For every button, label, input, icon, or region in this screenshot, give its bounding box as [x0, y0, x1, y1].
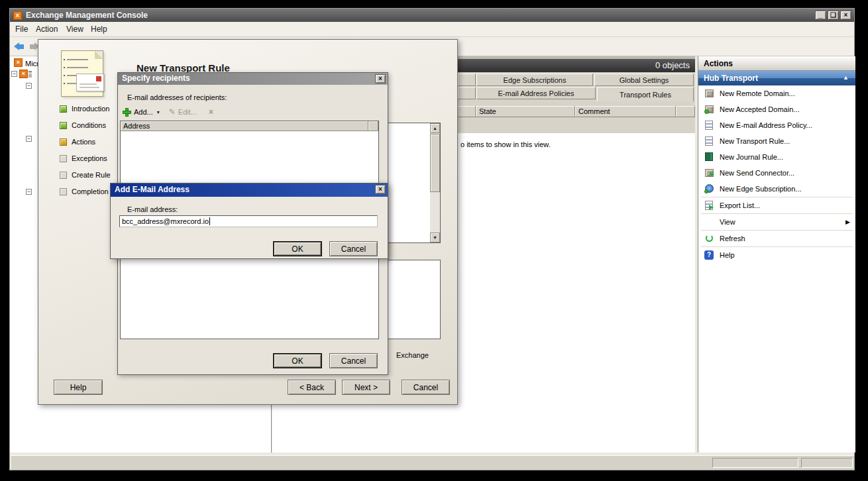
- scrollbar-down-icon[interactable]: ▼: [430, 233, 440, 242]
- expand-toggle-icon[interactable]: −: [26, 83, 32, 89]
- submenu-arrow-icon: ▶: [845, 219, 850, 225]
- actions-panel: Actions Hub Transport ▲ New Remote Domai…: [698, 56, 855, 453]
- server-badge-icon: [28, 71, 32, 78]
- objects-count: 0 objects: [655, 60, 690, 70]
- expand-toggle-icon[interactable]: −: [26, 189, 32, 195]
- column-header-state[interactable]: State: [476, 106, 575, 117]
- refresh-icon: [704, 233, 714, 244]
- tab-stub-top[interactable]: [458, 74, 476, 86]
- wizard-step-introduction: Introduction: [60, 105, 109, 113]
- email-address-label: E-mail address:: [127, 205, 178, 213]
- recipients-cancel-button[interactable]: Cancel: [329, 353, 378, 368]
- step-status-icon: [60, 172, 67, 179]
- collapse-arrow-icon[interactable]: ▲: [843, 74, 849, 81]
- wizard-help-button[interactable]: Help: [54, 380, 103, 395]
- scrollbar-up-icon[interactable]: ▲: [430, 123, 440, 133]
- close-icon[interactable]: ×: [840, 11, 851, 20]
- expand-toggle-icon[interactable]: −: [11, 71, 17, 77]
- wizard-step-actions: Actions: [60, 138, 95, 146]
- menu-file[interactable]: File: [15, 25, 28, 34]
- status-bar: [11, 455, 854, 470]
- menu-view[interactable]: View: [66, 25, 83, 34]
- scrollbar-thumb[interactable]: [430, 134, 440, 192]
- transport-rule-icon: [704, 136, 714, 146]
- microsoft-exchange-root-icon: ×: [14, 58, 23, 67]
- expand-toggle-icon[interactable]: −: [26, 136, 32, 142]
- exchange-app-icon: ×: [13, 11, 22, 20]
- dialog-titlebar[interactable]: Add E-Mail Address ×: [111, 184, 388, 197]
- remote-domain-icon: [704, 88, 714, 99]
- back-arrow-shape: [14, 42, 19, 50]
- action-new-accepted-domain[interactable]: New Accepted Domain...: [698, 101, 855, 117]
- action-view[interactable]: View ▶: [698, 214, 855, 230]
- back-icon[interactable]: [14, 41, 27, 52]
- action-new-send-connector[interactable]: New Send Connector...: [698, 165, 855, 181]
- close-icon[interactable]: ×: [375, 74, 386, 83]
- window-titlebar[interactable]: × Exchange Management Console _ ❏ ×: [10, 9, 854, 22]
- status-segment: [801, 458, 853, 468]
- action-refresh[interactable]: Refresh: [698, 231, 855, 246]
- address-column-header[interactable]: Address: [121, 121, 368, 131]
- email-address-input[interactable]: bcc_address@mxrecord.io: [119, 215, 378, 227]
- action-new-journal-rule[interactable]: New Journal Rule...: [698, 149, 855, 165]
- action-export-list[interactable]: Export List...: [698, 197, 855, 213]
- empty-view-message: o items to show in this view.: [461, 140, 551, 148]
- action-new-transport-rule[interactable]: New Transport Rule...: [698, 133, 855, 149]
- envelope-icon: [76, 74, 104, 91]
- wizard-step-exceptions: Exceptions: [60, 154, 107, 162]
- step-status-icon: [60, 155, 67, 162]
- rule-description-fragment: Exchange: [396, 351, 429, 359]
- menu-help[interactable]: Help: [91, 25, 107, 34]
- dialog-title: Add E-Mail Address: [115, 185, 190, 194]
- action-help[interactable]: ? Help: [698, 247, 855, 263]
- minimize-icon[interactable]: _: [815, 11, 826, 20]
- menu-action[interactable]: Action: [36, 25, 58, 34]
- scrollbar[interactable]: ▲ ▼: [430, 123, 440, 242]
- step-status-icon: [60, 122, 67, 129]
- chevron-down-icon[interactable]: ▾: [157, 109, 160, 115]
- dialog-titlebar[interactable]: Specify recipients ×: [118, 73, 388, 85]
- column-header-end[interactable]: [676, 106, 695, 117]
- action-new-remote-domain[interactable]: New Remote Domain...: [698, 85, 855, 101]
- forward-arrow-bar: [30, 44, 34, 49]
- wizard-next-button[interactable]: Next >: [342, 380, 390, 395]
- hub-transport-label: Hub Transport: [704, 74, 758, 83]
- tab-transport-rules[interactable]: Transport Rules: [597, 87, 694, 101]
- exchange-management-console-window: × Exchange Management Console _ ❏ × File…: [9, 8, 855, 470]
- action-new-edge-subscription[interactable]: New Edge Subscription...: [698, 181, 855, 197]
- add-button[interactable]: Add...: [134, 108, 153, 116]
- actions-panel-title: Actions: [698, 56, 855, 71]
- edge-subscription-icon: [704, 184, 714, 194]
- tree-root-label[interactable]: Micr: [25, 60, 39, 68]
- step-status-icon: [60, 138, 67, 146]
- add-ok-button[interactable]: OK: [273, 241, 322, 256]
- restore-icon[interactable]: ❏: [828, 11, 839, 20]
- column-header-comment[interactable]: Comment: [575, 106, 676, 117]
- recipients-ok-button[interactable]: OK: [273, 353, 322, 368]
- address-column-end[interactable]: [368, 121, 378, 131]
- wizard-cancel-button[interactable]: Cancel: [402, 380, 450, 395]
- close-icon[interactable]: ×: [375, 185, 386, 194]
- delete-x-icon[interactable]: ×: [209, 107, 213, 117]
- recipients-label: E-mail addresses of recipients:: [127, 93, 227, 101]
- edit-button[interactable]: Edit...: [178, 108, 197, 116]
- status-segment: [712, 458, 798, 468]
- add-cancel-button[interactable]: Cancel: [329, 241, 378, 256]
- step-status-icon: [60, 105, 67, 113]
- help-icon: ?: [704, 250, 714, 260]
- tab-stub-bottom[interactable]: [458, 87, 476, 99]
- wizard-back-button[interactable]: < Back: [288, 380, 336, 395]
- step-status-icon: [60, 188, 67, 195]
- tab-global-settings[interactable]: Global Settings: [594, 74, 694, 86]
- back-arrow-bar: [19, 44, 24, 49]
- blank-icon: [704, 217, 714, 227]
- tab-email-address-policies[interactable]: E-mail Address Policies: [476, 87, 596, 99]
- recipients-toolbar: Add... ▾ ✎ Edit... ×: [123, 106, 216, 118]
- add-plus-icon: [123, 108, 131, 117]
- email-address-policy-icon: [704, 120, 714, 131]
- tab-edge-subscriptions[interactable]: Edge Subscriptions: [476, 74, 593, 86]
- send-connector-icon: [704, 168, 714, 178]
- action-new-email-address-policy[interactable]: New E-mail Address Policy...: [698, 117, 855, 133]
- hub-transport-group-header[interactable]: Hub Transport ▲: [698, 71, 855, 85]
- menu-bar: File Action View Help: [10, 22, 854, 37]
